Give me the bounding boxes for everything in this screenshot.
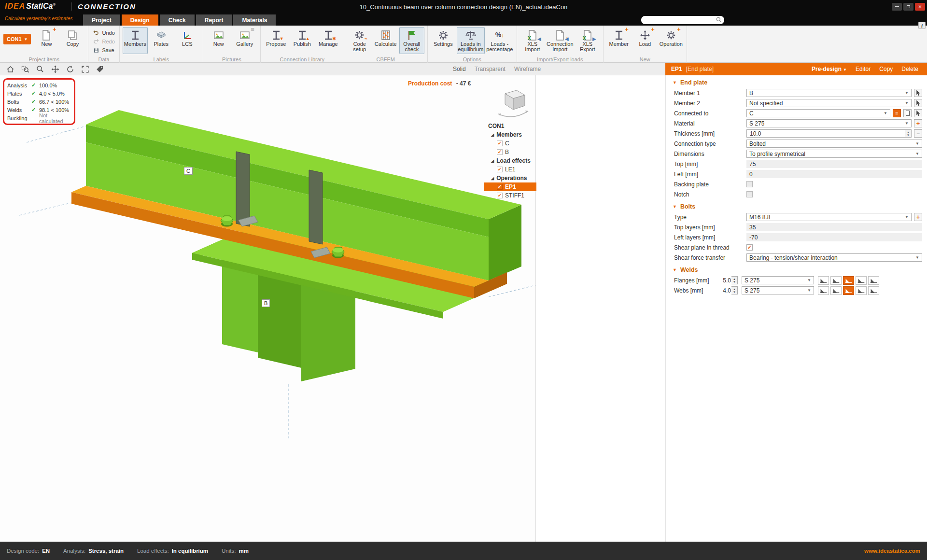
delete-operation-button[interactable]: Delete bbox=[901, 66, 918, 72]
checkbox-checked-icon[interactable]: ✓ bbox=[497, 140, 503, 146]
tab-project[interactable]: Project bbox=[83, 14, 120, 26]
weld-type-5-button[interactable] bbox=[868, 276, 879, 285]
save-button[interactable]: Save bbox=[91, 46, 116, 54]
section-bolts[interactable]: ▼ Bolts bbox=[666, 201, 927, 212]
weld-type-3-button[interactable] bbox=[843, 286, 854, 295]
fit-view-button[interactable] bbox=[80, 64, 90, 74]
notch-checkbox[interactable] bbox=[746, 191, 753, 197]
search-input[interactable] bbox=[641, 17, 716, 23]
webs-weld-size[interactable]: 4.0 bbox=[718, 287, 731, 294]
project-copy-button[interactable]: Copy bbox=[60, 27, 85, 54]
bolt-type-add-button[interactable]: + bbox=[914, 213, 922, 221]
predesign-dropdown[interactable]: Pre-design▼ bbox=[812, 66, 847, 72]
render-mode-solid[interactable]: Solid bbox=[453, 66, 466, 72]
label-tool-button[interactable] bbox=[95, 64, 105, 74]
tree-item-stiff1[interactable]: ✓STIFF1 bbox=[484, 191, 536, 200]
member-label-c[interactable]: C bbox=[184, 167, 193, 175]
plate-side-button[interactable]: ≡ bbox=[893, 109, 901, 117]
thickness-reset-button[interactable]: − bbox=[914, 129, 922, 138]
section-end-plate[interactable]: ▼ End plate bbox=[666, 77, 927, 88]
checkbox-checked-icon[interactable]: ✓ bbox=[497, 193, 503, 198]
code-setup-button[interactable]: ⌁ Code setup bbox=[347, 27, 372, 54]
zoom-button[interactable] bbox=[35, 64, 45, 74]
tree-item-b[interactable]: ✓B bbox=[484, 148, 536, 156]
left-layers-input[interactable]: -70 bbox=[746, 233, 922, 241]
shear-transfer-select[interactable]: Bearing - tension/shear interaction▼ bbox=[746, 253, 922, 262]
connection-type-select[interactable]: Bolted▼ bbox=[746, 140, 922, 148]
tree-header-load-effects[interactable]: ◢Load effects bbox=[484, 156, 536, 165]
member2-select[interactable]: Not specified▼ bbox=[746, 99, 912, 107]
flanges-weld-stepper[interactable]: ▲▼ bbox=[731, 276, 738, 284]
backing-plate-checkbox[interactable] bbox=[746, 181, 753, 187]
flanges-weld-size[interactable]: 5.0 bbox=[718, 277, 731, 284]
bolt-1[interactable] bbox=[221, 216, 233, 227]
bolt-type-select[interactable]: M16 8.8▼ bbox=[746, 213, 912, 221]
checkbox-checked-icon[interactable]: ✓ bbox=[497, 149, 503, 155]
bolt-2[interactable] bbox=[332, 247, 344, 258]
render-mode-wireframe[interactable]: Wireframe bbox=[514, 66, 541, 72]
weld-type-1-button[interactable] bbox=[818, 286, 829, 295]
viewport-3d[interactable]: Analysis ✓ 100.0% Plates ✓ 4.0 < 5.0% Bo… bbox=[0, 75, 536, 542]
tree-header-members[interactable]: ◢Members bbox=[484, 130, 536, 139]
connection-import-button[interactable]: I◀ Connection Import bbox=[546, 27, 574, 54]
calculate-button[interactable]: Calculate bbox=[373, 27, 398, 54]
undo-button[interactable]: Undo bbox=[91, 29, 116, 37]
xls-export-button[interactable]: X▶ XLS Export bbox=[575, 27, 600, 54]
tab-materials[interactable]: Materials bbox=[233, 14, 276, 26]
rotate-view-button[interactable] bbox=[65, 64, 75, 74]
thickness-input[interactable]: 10.0 bbox=[746, 129, 905, 138]
weld-type-2-button[interactable] bbox=[830, 286, 842, 295]
new-operation-button[interactable]: + Operation bbox=[659, 27, 684, 54]
section-welds[interactable]: ▼ Welds bbox=[666, 265, 927, 275]
info-button[interactable]: i bbox=[918, 22, 926, 29]
scene-3d[interactable] bbox=[0, 75, 536, 542]
webs-weld-material-select[interactable]: S 275▼ bbox=[742, 286, 814, 294]
weld-type-3-button[interactable] bbox=[843, 276, 854, 285]
picture-new-button[interactable]: New bbox=[206, 27, 231, 54]
connected-to-select[interactable]: C▼ bbox=[746, 109, 890, 117]
flanges-weld-material-select[interactable]: S 275▼ bbox=[742, 276, 814, 284]
tree-header-operations[interactable]: ◢Operations bbox=[484, 174, 536, 182]
search-box[interactable] bbox=[641, 16, 724, 24]
tab-report[interactable]: Report bbox=[196, 14, 232, 26]
gallery-button[interactable]: ≡ Gallery bbox=[232, 27, 257, 54]
render-mode-transparent[interactable]: Transparent bbox=[475, 66, 506, 72]
con1-dropdown-button[interactable]: CON1▼ bbox=[3, 34, 31, 44]
tab-design[interactable]: Design bbox=[122, 14, 158, 26]
weld-type-4-button[interactable] bbox=[856, 286, 867, 295]
tree-item-le1[interactable]: ✓LE1 bbox=[484, 165, 536, 174]
loads-percentage-button[interactable]: %↓ Loads - percentage bbox=[486, 27, 514, 54]
connected-to-pick-button[interactable] bbox=[914, 109, 922, 117]
member1-select[interactable]: B▼ bbox=[746, 89, 912, 97]
close-button[interactable]: ✕ bbox=[915, 3, 925, 11]
zoom-window-button[interactable] bbox=[20, 64, 30, 74]
xls-import-button[interactable]: X◀ XLS Import bbox=[520, 27, 545, 54]
website-link[interactable]: www.ideastatica.com bbox=[864, 548, 920, 554]
left-input[interactable]: 0 bbox=[746, 170, 922, 178]
editor-button[interactable]: Editor bbox=[856, 66, 871, 72]
thickness-stepper[interactable]: ▲▼ bbox=[905, 129, 912, 138]
pan-button[interactable] bbox=[50, 64, 60, 74]
top-input[interactable]: 75 bbox=[746, 160, 922, 168]
checkbox-checked-icon[interactable]: ✓ bbox=[497, 184, 503, 190]
new-member-button[interactable]: + Member bbox=[606, 27, 632, 54]
shear-plane-checkbox[interactable]: ✓ bbox=[746, 244, 753, 251]
home-view-button[interactable] bbox=[5, 64, 15, 74]
labels-plates-button[interactable]: Plates bbox=[149, 27, 174, 54]
webs-weld-stepper[interactable]: ▲▼ bbox=[731, 286, 738, 294]
maximize-button[interactable] bbox=[903, 3, 913, 11]
loads-in-equilibrium-button[interactable]: Loads in equilibrium bbox=[457, 27, 485, 54]
tree-item-c[interactable]: ✓C bbox=[484, 139, 536, 148]
new-load-button[interactable]: + Load bbox=[632, 27, 658, 54]
publish-button[interactable]: ▲ Publish bbox=[290, 27, 315, 54]
labels-lcs-button[interactable]: LCS bbox=[175, 27, 200, 54]
dimensions-select[interactable]: To profile symmetrical▼ bbox=[746, 150, 922, 158]
weld-type-4-button[interactable] bbox=[856, 276, 867, 285]
manage-button[interactable]: ✱ Manage bbox=[316, 27, 341, 54]
labels-members-button[interactable]: Members bbox=[123, 27, 148, 54]
weld-type-5-button[interactable] bbox=[868, 286, 879, 295]
plate-orientation-button[interactable] bbox=[903, 109, 912, 117]
view-cube[interactable] bbox=[495, 88, 531, 124]
propose-button[interactable]: ▼ Propose bbox=[264, 27, 289, 54]
tree-root-con1[interactable]: CON1 bbox=[484, 122, 536, 130]
